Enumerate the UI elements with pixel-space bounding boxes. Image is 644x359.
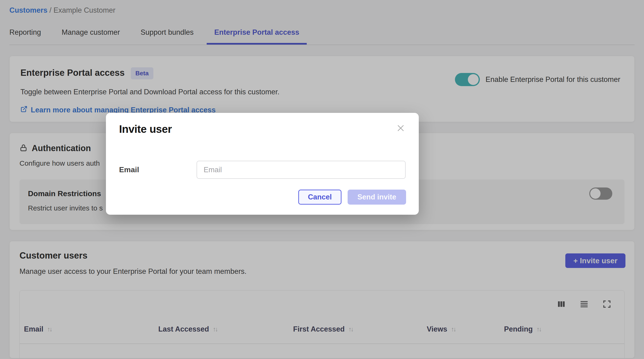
modal-title: Invite user [119,123,172,135]
email-field[interactable] [196,161,406,179]
send-invite-button[interactable]: Send invite [348,190,406,205]
modal-actions: Cancel Send invite [298,190,406,205]
invite-form: Email [119,161,406,179]
close-icon[interactable] [396,124,405,133]
email-label: Email [119,161,196,179]
cancel-button[interactable]: Cancel [298,190,342,205]
invite-user-modal: Invite user Email Cancel Send invite [106,113,419,215]
